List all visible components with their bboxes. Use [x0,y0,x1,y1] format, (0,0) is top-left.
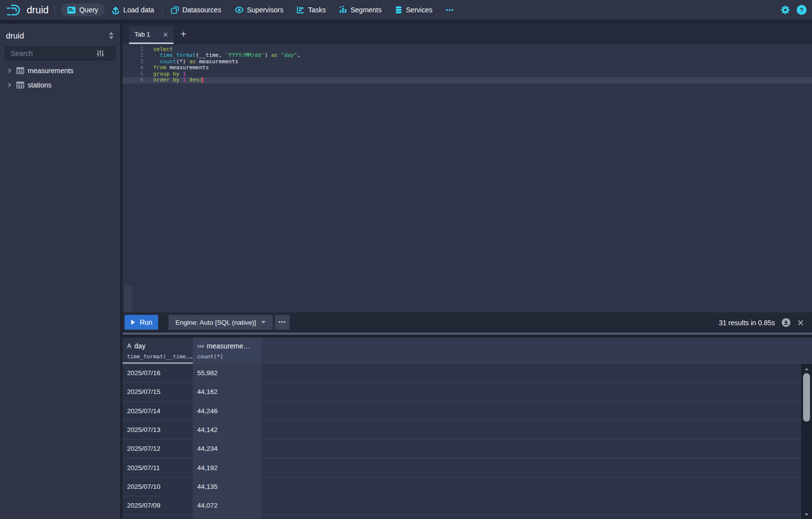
nav-divider [162,5,163,15]
line-number: 4 [123,65,143,71]
druid-logo-icon [5,3,24,17]
nav-item-datasources[interactable]: Datasources [171,6,221,14]
line-number: 2 [123,52,143,58]
database-icon [395,6,402,14]
table-icon [16,82,24,88]
editor-corner [125,286,132,312]
query-more-button[interactable]: ••• [275,315,290,330]
eye-icon [235,6,244,13]
cell-measurements[interactable]: 44,142 [193,421,262,439]
druid-logo[interactable]: druid [5,3,48,17]
column-header-day[interactable]: A day time_format(__time,… [123,338,193,364]
number-type-icon: 123 [197,344,204,348]
tab-strip: Tab 1 + [123,24,812,44]
scroll-up-icon[interactable] [804,366,810,372]
nav-item-tasks[interactable]: Tasks [297,6,326,14]
navbar: druid Query Load data Datasources [0,0,812,20]
chevron-right-icon[interactable] [7,83,12,87]
cell-measurements[interactable]: 44,192 [193,458,262,477]
cell-day[interactable]: 2025/07/09 [123,496,193,515]
nav-item-segments[interactable]: Segments [339,6,382,14]
cell-measurements[interactable] [193,515,262,519]
scrollbar-thumb[interactable] [803,373,810,422]
caret-down-icon [261,321,266,324]
cell-empty [262,515,812,519]
cell-empty [262,383,812,401]
search-box [5,46,115,60]
cell-day[interactable]: 2025/07/13 [123,421,193,439]
string-type-icon: A [127,343,131,349]
sidebar: druid meas [0,24,120,519]
sidebar-item-measurements[interactable]: measurements [0,63,120,78]
cell-measurements[interactable]: 44,234 [193,439,262,458]
chevron-right-icon[interactable] [7,68,12,73]
table-row: 2025/07/1344,142 [123,421,812,439]
datasources-icon [171,6,179,14]
nav-item-services[interactable]: Services [395,6,432,14]
code-line: order by 1 desc [153,77,300,83]
nav-divider [54,5,55,15]
cell-empty [262,496,812,515]
results-status: 31 results in 0.85s [719,319,775,327]
cell-empty [262,402,812,421]
cell-day[interactable]: 2025/07/15 [123,383,193,401]
cell-day[interactable]: 2025/07/12 [123,439,193,458]
table-icon [16,67,24,74]
close-results-icon[interactable] [797,319,804,326]
column-header-measurements[interactable]: 123 measureme… count(*) [193,338,262,364]
table-row: 2025/07/0944,072 [123,496,812,515]
table-row: 2025/07/1144,192 [123,458,812,477]
play-icon [130,319,135,325]
table-row: 2025/07/1544,162 [123,383,812,401]
table-row: 2025/07/1244,234 [123,439,812,458]
cell-empty [262,477,812,496]
tab-1[interactable]: Tab 1 [129,26,173,43]
cell-day[interactable]: 2025/07/16 [123,364,193,383]
sql-editor[interactable]: 123456 select time_format(__time, 'YYYY/… [123,44,812,312]
active-tab-underline [129,43,173,44]
cell-day[interactable] [123,515,193,519]
editor-cursor [202,77,203,83]
search-input[interactable] [5,49,96,57]
run-bar: Run Engine: Auto [SQL (native)] ••• 31 r… [123,312,812,333]
cell-empty [262,364,812,383]
filter-icon[interactable] [96,49,104,57]
nav-item-supervisors[interactable]: Supervisors [235,6,284,14]
results-panel: A day time_format(__time,… 123 measureme… [123,338,812,519]
cell-measurements[interactable]: 44,246 [193,402,262,421]
gear-icon[interactable] [780,5,790,15]
nav-item-query[interactable]: Query [61,3,104,16]
sidebar-schema-title: druid [6,31,24,41]
editor-gutter: 123456 [123,46,143,83]
download-icon[interactable] [781,318,791,327]
druid-wordmark: druid [27,4,48,16]
results-header: A day time_format(__time,… 123 measureme… [123,338,812,364]
table-row [123,515,812,519]
scroll-down-icon[interactable] [804,512,810,518]
results-scrollbar[interactable] [801,364,812,519]
table-row: 2025/07/1444,246 [123,402,812,421]
nav-item-load-data[interactable]: Load data [111,5,154,14]
line-number: 6 [123,77,143,83]
console-icon [67,6,76,14]
cell-day[interactable]: 2025/07/10 [123,477,193,496]
engine-select-button[interactable]: Engine: Auto [SQL (native)] [169,315,273,330]
help-button[interactable]: ? [797,5,807,15]
swap-vertical-icon[interactable] [108,32,114,40]
cell-measurements[interactable]: 55,982 [193,364,262,383]
new-tab-button[interactable]: + [177,28,190,41]
cell-day[interactable]: 2025/07/11 [123,458,193,477]
sidebar-item-stations[interactable]: stations [0,78,120,92]
nav-more-button[interactable]: ••• [446,6,454,14]
tab-close-icon[interactable] [163,32,169,38]
cell-measurements[interactable]: 44,162 [193,383,262,401]
cell-measurements[interactable]: 44,072 [193,496,262,515]
cell-measurements[interactable]: 44,135 [193,477,262,496]
splitter-handle[interactable] [123,333,812,335]
cell-empty [262,439,812,458]
cell-day[interactable]: 2025/07/14 [123,402,193,421]
cell-empty [262,458,812,477]
run-button[interactable]: Run [125,315,158,330]
bar-chart-icon [339,6,347,14]
table-row: 2025/07/1044,135 [123,477,812,496]
